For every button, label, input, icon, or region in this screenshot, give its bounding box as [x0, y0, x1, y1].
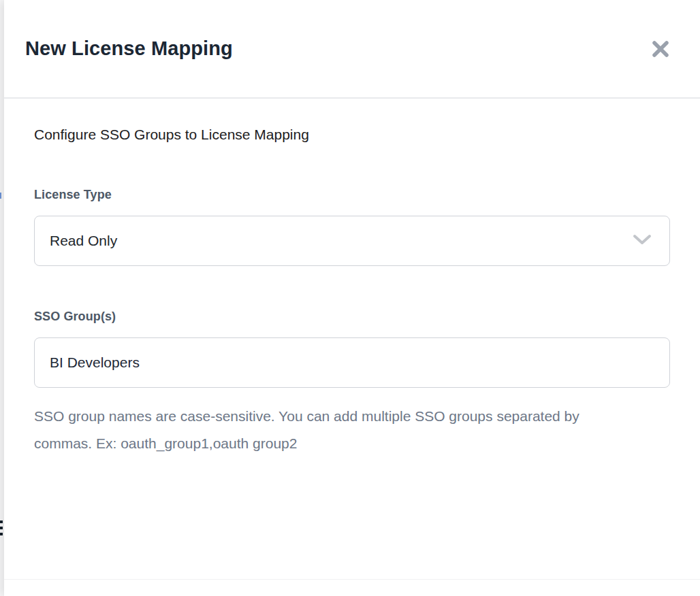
background-blue-fragment [0, 193, 1, 199]
license-type-selected-value: Read Only [50, 233, 117, 249]
close-button[interactable] [648, 37, 673, 61]
license-type-dropdown[interactable]: Read Only [34, 216, 670, 266]
chevron-down-icon [633, 233, 652, 249]
sso-groups-input[interactable] [34, 337, 670, 388]
modal-body: Configure SSO Groups to License Mapping … [4, 99, 700, 457]
license-type-label: License Type [34, 188, 670, 202]
modal-title: New License Mapping [25, 37, 233, 60]
new-license-mapping-modal: New License Mapping Configure SSO Groups… [4, 0, 700, 596]
x-close-icon [650, 39, 671, 59]
hamburger-menu-icon [0, 520, 3, 537]
page: New License Mapping Configure SSO Groups… [0, 0, 700, 596]
sso-groups-label: SSO Group(s) [34, 310, 670, 324]
sso-groups-help-text: SSO group names are case-sensitive. You … [34, 403, 616, 457]
modal-subtitle: Configure SSO Groups to License Mapping [34, 127, 670, 143]
footer-divider [4, 579, 700, 580]
modal-header: New License Mapping [4, 0, 700, 99]
